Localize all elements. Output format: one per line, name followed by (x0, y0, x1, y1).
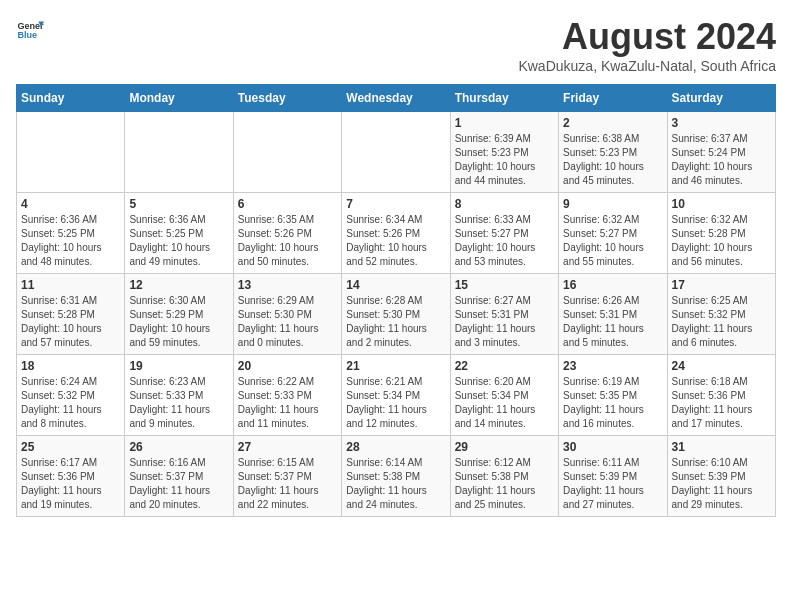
calendar-cell (125, 112, 233, 193)
day-number: 9 (563, 197, 662, 211)
calendar-cell: 6Sunrise: 6:35 AM Sunset: 5:26 PM Daylig… (233, 193, 341, 274)
day-number: 11 (21, 278, 120, 292)
day-info: Sunrise: 6:24 AM Sunset: 5:32 PM Dayligh… (21, 375, 120, 431)
calendar-cell: 4Sunrise: 6:36 AM Sunset: 5:25 PM Daylig… (17, 193, 125, 274)
calendar-week-row: 1Sunrise: 6:39 AM Sunset: 5:23 PM Daylig… (17, 112, 776, 193)
calendar-cell: 12Sunrise: 6:30 AM Sunset: 5:29 PM Dayli… (125, 274, 233, 355)
day-number: 16 (563, 278, 662, 292)
calendar-cell: 17Sunrise: 6:25 AM Sunset: 5:32 PM Dayli… (667, 274, 775, 355)
calendar-week-row: 18Sunrise: 6:24 AM Sunset: 5:32 PM Dayli… (17, 355, 776, 436)
day-info: Sunrise: 6:28 AM Sunset: 5:30 PM Dayligh… (346, 294, 445, 350)
calendar-cell (342, 112, 450, 193)
calendar-cell: 27Sunrise: 6:15 AM Sunset: 5:37 PM Dayli… (233, 436, 341, 517)
day-number: 18 (21, 359, 120, 373)
calendar-cell: 20Sunrise: 6:22 AM Sunset: 5:33 PM Dayli… (233, 355, 341, 436)
day-number: 30 (563, 440, 662, 454)
page-title: August 2024 (518, 16, 776, 58)
logo: General Blue (16, 16, 44, 44)
calendar-cell: 10Sunrise: 6:32 AM Sunset: 5:28 PM Dayli… (667, 193, 775, 274)
day-info: Sunrise: 6:30 AM Sunset: 5:29 PM Dayligh… (129, 294, 228, 350)
day-info: Sunrise: 6:36 AM Sunset: 5:25 PM Dayligh… (21, 213, 120, 269)
calendar-cell: 25Sunrise: 6:17 AM Sunset: 5:36 PM Dayli… (17, 436, 125, 517)
calendar-cell: 7Sunrise: 6:34 AM Sunset: 5:26 PM Daylig… (342, 193, 450, 274)
calendar-cell: 31Sunrise: 6:10 AM Sunset: 5:39 PM Dayli… (667, 436, 775, 517)
column-header-tuesday: Tuesday (233, 85, 341, 112)
column-header-saturday: Saturday (667, 85, 775, 112)
day-number: 24 (672, 359, 771, 373)
svg-text:Blue: Blue (17, 30, 37, 40)
day-number: 29 (455, 440, 554, 454)
day-number: 10 (672, 197, 771, 211)
day-info: Sunrise: 6:38 AM Sunset: 5:23 PM Dayligh… (563, 132, 662, 188)
day-number: 23 (563, 359, 662, 373)
day-info: Sunrise: 6:12 AM Sunset: 5:38 PM Dayligh… (455, 456, 554, 512)
day-number: 28 (346, 440, 445, 454)
day-info: Sunrise: 6:26 AM Sunset: 5:31 PM Dayligh… (563, 294, 662, 350)
day-number: 12 (129, 278, 228, 292)
calendar-cell: 22Sunrise: 6:20 AM Sunset: 5:34 PM Dayli… (450, 355, 558, 436)
calendar-cell: 13Sunrise: 6:29 AM Sunset: 5:30 PM Dayli… (233, 274, 341, 355)
day-info: Sunrise: 6:21 AM Sunset: 5:34 PM Dayligh… (346, 375, 445, 431)
day-info: Sunrise: 6:16 AM Sunset: 5:37 PM Dayligh… (129, 456, 228, 512)
day-info: Sunrise: 6:25 AM Sunset: 5:32 PM Dayligh… (672, 294, 771, 350)
day-info: Sunrise: 6:10 AM Sunset: 5:39 PM Dayligh… (672, 456, 771, 512)
column-header-thursday: Thursday (450, 85, 558, 112)
calendar-cell: 21Sunrise: 6:21 AM Sunset: 5:34 PM Dayli… (342, 355, 450, 436)
day-info: Sunrise: 6:33 AM Sunset: 5:27 PM Dayligh… (455, 213, 554, 269)
day-number: 2 (563, 116, 662, 130)
day-number: 3 (672, 116, 771, 130)
day-info: Sunrise: 6:18 AM Sunset: 5:36 PM Dayligh… (672, 375, 771, 431)
day-info: Sunrise: 6:34 AM Sunset: 5:26 PM Dayligh… (346, 213, 445, 269)
day-number: 6 (238, 197, 337, 211)
day-number: 19 (129, 359, 228, 373)
day-info: Sunrise: 6:32 AM Sunset: 5:27 PM Dayligh… (563, 213, 662, 269)
calendar-cell: 14Sunrise: 6:28 AM Sunset: 5:30 PM Dayli… (342, 274, 450, 355)
day-info: Sunrise: 6:35 AM Sunset: 5:26 PM Dayligh… (238, 213, 337, 269)
title-block: August 2024 KwaDukuza, KwaZulu-Natal, So… (518, 16, 776, 74)
calendar-header-row: SundayMondayTuesdayWednesdayThursdayFrid… (17, 85, 776, 112)
column-header-wednesday: Wednesday (342, 85, 450, 112)
calendar-week-row: 11Sunrise: 6:31 AM Sunset: 5:28 PM Dayli… (17, 274, 776, 355)
day-number: 5 (129, 197, 228, 211)
column-header-monday: Monday (125, 85, 233, 112)
day-number: 13 (238, 278, 337, 292)
day-info: Sunrise: 6:27 AM Sunset: 5:31 PM Dayligh… (455, 294, 554, 350)
calendar-cell (17, 112, 125, 193)
day-number: 25 (21, 440, 120, 454)
calendar-cell: 9Sunrise: 6:32 AM Sunset: 5:27 PM Daylig… (559, 193, 667, 274)
day-number: 20 (238, 359, 337, 373)
logo-icon: General Blue (16, 16, 44, 44)
calendar-body: 1Sunrise: 6:39 AM Sunset: 5:23 PM Daylig… (17, 112, 776, 517)
day-info: Sunrise: 6:29 AM Sunset: 5:30 PM Dayligh… (238, 294, 337, 350)
day-number: 17 (672, 278, 771, 292)
calendar-cell: 3Sunrise: 6:37 AM Sunset: 5:24 PM Daylig… (667, 112, 775, 193)
calendar-week-row: 25Sunrise: 6:17 AM Sunset: 5:36 PM Dayli… (17, 436, 776, 517)
day-info: Sunrise: 6:23 AM Sunset: 5:33 PM Dayligh… (129, 375, 228, 431)
day-number: 21 (346, 359, 445, 373)
day-info: Sunrise: 6:15 AM Sunset: 5:37 PM Dayligh… (238, 456, 337, 512)
calendar-cell: 30Sunrise: 6:11 AM Sunset: 5:39 PM Dayli… (559, 436, 667, 517)
day-number: 7 (346, 197, 445, 211)
calendar-week-row: 4Sunrise: 6:36 AM Sunset: 5:25 PM Daylig… (17, 193, 776, 274)
calendar-cell: 18Sunrise: 6:24 AM Sunset: 5:32 PM Dayli… (17, 355, 125, 436)
calendar-cell: 2Sunrise: 6:38 AM Sunset: 5:23 PM Daylig… (559, 112, 667, 193)
day-info: Sunrise: 6:11 AM Sunset: 5:39 PM Dayligh… (563, 456, 662, 512)
day-info: Sunrise: 6:22 AM Sunset: 5:33 PM Dayligh… (238, 375, 337, 431)
calendar-cell (233, 112, 341, 193)
column-header-sunday: Sunday (17, 85, 125, 112)
calendar-cell: 5Sunrise: 6:36 AM Sunset: 5:25 PM Daylig… (125, 193, 233, 274)
calendar-cell: 19Sunrise: 6:23 AM Sunset: 5:33 PM Dayli… (125, 355, 233, 436)
day-info: Sunrise: 6:39 AM Sunset: 5:23 PM Dayligh… (455, 132, 554, 188)
calendar-cell: 8Sunrise: 6:33 AM Sunset: 5:27 PM Daylig… (450, 193, 558, 274)
day-number: 26 (129, 440, 228, 454)
calendar-cell: 1Sunrise: 6:39 AM Sunset: 5:23 PM Daylig… (450, 112, 558, 193)
calendar-cell: 23Sunrise: 6:19 AM Sunset: 5:35 PM Dayli… (559, 355, 667, 436)
calendar-cell: 26Sunrise: 6:16 AM Sunset: 5:37 PM Dayli… (125, 436, 233, 517)
day-number: 27 (238, 440, 337, 454)
day-info: Sunrise: 6:17 AM Sunset: 5:36 PM Dayligh… (21, 456, 120, 512)
day-info: Sunrise: 6:19 AM Sunset: 5:35 PM Dayligh… (563, 375, 662, 431)
calendar-cell: 29Sunrise: 6:12 AM Sunset: 5:38 PM Dayli… (450, 436, 558, 517)
day-number: 31 (672, 440, 771, 454)
day-number: 14 (346, 278, 445, 292)
calendar-cell: 28Sunrise: 6:14 AM Sunset: 5:38 PM Dayli… (342, 436, 450, 517)
